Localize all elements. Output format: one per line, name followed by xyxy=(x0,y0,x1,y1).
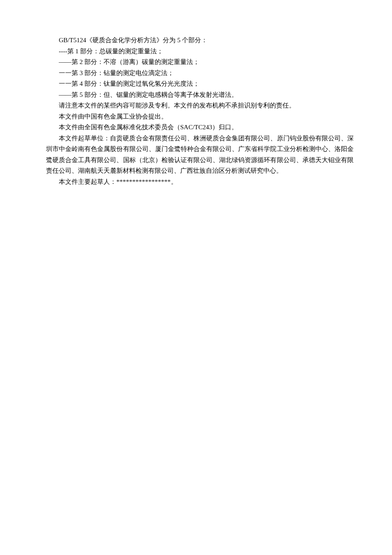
line-6: 请注意本文件的某些内容可能涉及专利。本文件的发布机构不承担识别专利的责任。 xyxy=(46,100,354,111)
line-3: 一一第 3 部分：钻量的测定电位滴定法； xyxy=(46,68,354,79)
line-8: 本文件由全国有色金属标准化技术委员会（SAC/TC243）归口。 xyxy=(46,122,354,133)
line-4: 一一第 4 部分：钛量的测定过氧化氢分光光度法； xyxy=(46,78,354,90)
line-1: ----第 1 部分：总碳量的测定重量法； xyxy=(46,46,354,57)
line-2: ——第 2 部分：不溶（游离）碳量的测定重量法； xyxy=(46,57,354,68)
document-content: GB/T5124《硬质合金化学分析方法》分为 5 个部分： ----第 1 部分… xyxy=(46,35,354,187)
line-9: 本文件起草单位：自贡硬质合金有限责任公司、株洲硬质合金集团有限公司、原门钨业股份… xyxy=(46,133,354,177)
line-7: 本文件由中国有色金属工业协会提出。 xyxy=(46,111,354,122)
line-10: 本文件主要起草人：*****************。 xyxy=(46,177,354,188)
line-0: GB/T5124《硬质合金化学分析方法》分为 5 个部分： xyxy=(46,35,354,46)
line-5: ——第 5 部分：但、锯量的测定电感耦合等离子体发射光谱法。 xyxy=(46,90,354,101)
